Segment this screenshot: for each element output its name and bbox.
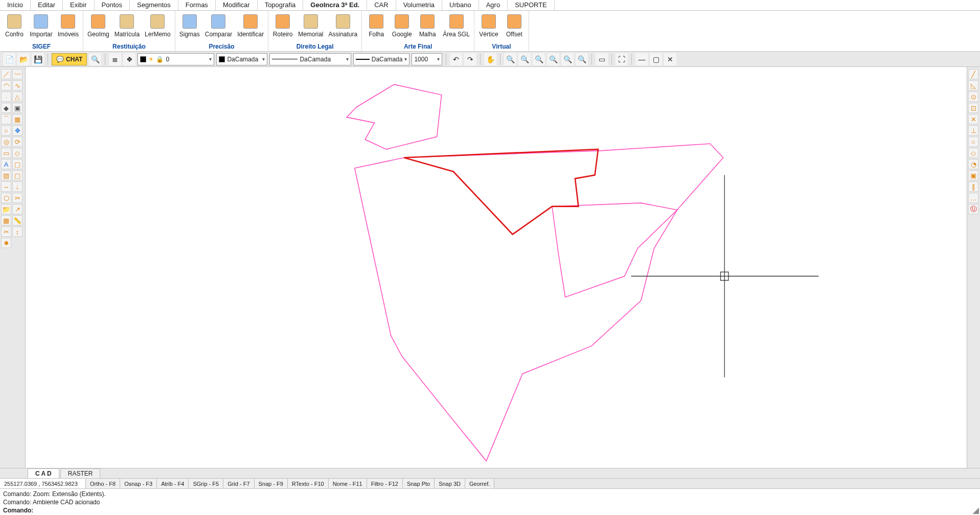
pan-hand-icon[interactable]: ✋ — [484, 53, 496, 65]
status-ortho[interactable]: Ortho - F8 — [86, 479, 120, 488]
ribbon-btn-geoimg[interactable]: GeoImg — [85, 12, 111, 39]
ribbon-btn-importar[interactable]: Importar — [28, 12, 55, 39]
open-file-icon[interactable]: 📂 — [17, 53, 30, 65]
snap-tangent-icon[interactable]: ○ — [968, 137, 978, 147]
fullscreen-icon[interactable]: ⛶ — [616, 53, 628, 65]
pan-tool-icon[interactable]: ✥ — [12, 125, 22, 136]
snap-parallel-icon[interactable]: ∥ — [968, 182, 978, 192]
ribbon-btn-assinatura[interactable]: Assinatura — [327, 12, 360, 39]
ribbon-btn-google[interactable]: Google — [390, 12, 414, 39]
menu-item-exibir[interactable]: Exibir — [63, 0, 95, 10]
circle-tool-icon[interactable]: ○ — [1, 125, 11, 136]
status-snap-3d[interactable]: Snap 3D — [435, 479, 465, 488]
snap-nearest-icon[interactable]: ◇ — [968, 148, 978, 158]
triangle-tool-icon[interactable]: △ — [12, 92, 22, 102]
tab-raster[interactable]: RASTER — [60, 468, 101, 478]
menu-item-geoincra[interactable]: GeoIncra 3ª Ed. — [303, 0, 367, 10]
undo-icon[interactable]: ↶ — [450, 53, 462, 65]
snap-quadrant-icon[interactable]: ◔ — [968, 159, 978, 169]
close-icon[interactable]: ✕ — [664, 53, 676, 65]
layers-icon[interactable]: ≣ — [109, 53, 121, 65]
color-dropdown[interactable]: DaCamada ▾ — [216, 53, 267, 65]
ribbon-btn-memorial[interactable]: Memorial — [296, 12, 325, 39]
menu-item-topografia[interactable]: Topografia — [258, 0, 304, 10]
select-window-icon[interactable]: ▭ — [596, 53, 608, 65]
ribbon-btn-malha[interactable]: Malha — [415, 12, 440, 39]
command-log[interactable]: Comando: Zoom: Extensão (Extents). Coman… — [0, 488, 980, 515]
resize-grip-icon[interactable] — [973, 508, 979, 514]
layer-dropdown[interactable]: ☀ 🔒 0 ▾ — [138, 53, 214, 65]
snap-node-icon[interactable]: ⊡ — [968, 103, 978, 113]
point-tool-icon[interactable]: · — [1, 92, 11, 102]
menu-item-editar[interactable]: Editar — [31, 0, 63, 10]
menu-item-modificar[interactable]: Modificar — [216, 0, 258, 10]
minimize-icon[interactable]: — — [635, 53, 648, 65]
rect-tool-icon[interactable]: ▭ — [1, 148, 11, 158]
status-filtro[interactable]: Filtro - F12 — [367, 479, 403, 488]
ribbon-btn-imoveis[interactable]: Imóveis — [56, 12, 81, 39]
snap-extension-icon[interactable]: … — [968, 193, 978, 203]
snap-endpoint-icon[interactable]: ╱ — [968, 69, 978, 79]
status-osnap[interactable]: Osnap - F3 — [120, 479, 157, 488]
ribbon-btn-comparar[interactable]: Comparar — [203, 12, 234, 39]
dimension-tool-icon[interactable]: ↔ — [1, 182, 11, 192]
globe-search-icon[interactable]: 🔍 — [89, 53, 101, 65]
snap-perpendicular-icon[interactable]: ⊥ — [968, 125, 978, 136]
ellipse-tool-icon[interactable]: ◎ — [1, 137, 11, 147]
star-tool-icon[interactable]: ✸ — [1, 238, 11, 248]
status-nome[interactable]: Nome - F11 — [329, 479, 367, 488]
snap-intersection-icon[interactable]: ✕ — [968, 114, 978, 124]
status-sgrip[interactable]: SGrip - F5 — [189, 479, 223, 488]
snap-insertion-icon[interactable]: ▣ — [968, 170, 978, 181]
scale-dropdown[interactable]: 1000 ▾ — [412, 53, 442, 65]
status-georref[interactable]: Georref. — [465, 479, 494, 488]
status-snap[interactable]: Snap - F9 — [255, 479, 288, 488]
crop-tool-icon[interactable]: ✂ — [1, 227, 11, 237]
block-tool-icon[interactable]: ▢ — [12, 159, 22, 169]
area-tool-icon[interactable]: ▢ — [12, 170, 22, 181]
ribbon-btn-matricula[interactable]: Matrícula — [112, 12, 142, 39]
measure-tool-icon[interactable]: 📏 — [12, 215, 22, 226]
menu-item-inicio[interactable]: Início — [0, 0, 31, 10]
new-file-icon[interactable]: 📄 — [3, 53, 15, 65]
ribbon-btn-vertice[interactable]: Vértice — [476, 12, 501, 39]
tab-cad[interactable]: C A D — [28, 468, 59, 478]
chat-button[interactable]: 💬CHAT — [52, 53, 87, 65]
ribbon-btn-area-sgl[interactable]: Área SGL — [441, 12, 472, 39]
arc-tool-icon[interactable]: ◠ — [1, 80, 11, 91]
zoom-window-icon[interactable]: 🔍 — [533, 53, 545, 65]
linetype-dropdown[interactable]: DaCamada ▾ — [269, 53, 351, 65]
restore-icon[interactable]: ▢ — [650, 53, 662, 65]
menu-item-urbano[interactable]: Urbano — [442, 0, 479, 10]
menu-item-agro[interactable]: Agro — [479, 0, 508, 10]
status-atrib[interactable]: Atrib - F4 — [157, 479, 189, 488]
ribbon-btn-sigmas[interactable]: Sigmas — [177, 12, 202, 39]
status-rtexto[interactable]: RTexto - F10 — [288, 479, 329, 488]
status-grid[interactable]: Grid - F7 — [223, 479, 254, 488]
zoom-previous-icon[interactable]: 🔍 — [547, 53, 559, 65]
zoom-extents-icon[interactable]: 🔍 — [561, 53, 574, 65]
zoom-in-icon[interactable]: 🔍 — [504, 53, 516, 65]
menu-item-pontos[interactable]: Pontos — [95, 0, 130, 10]
status-snap-pto[interactable]: Snap Pto — [403, 479, 435, 488]
rotate-tool-icon[interactable]: ⟳ — [12, 137, 22, 147]
zoom-out-icon[interactable]: 🔍 — [518, 53, 531, 65]
hatch2-tool-icon[interactable]: ▩ — [1, 215, 11, 226]
polygon-tool-icon[interactable]: ⬡ — [1, 193, 11, 203]
folder-tool-icon[interactable]: 📁 — [1, 204, 11, 214]
trim-tool-icon[interactable]: ✂ — [12, 193, 22, 203]
snap-tool-icon[interactable]: ▣ — [12, 103, 22, 113]
align-tool-icon[interactable]: ↕ — [12, 227, 22, 237]
polyline-tool-icon[interactable]: 〰 — [12, 69, 22, 79]
ribbon-btn-folha[interactable]: Folha — [364, 12, 389, 39]
menu-item-suporte[interactable]: SUPORTE — [508, 0, 555, 10]
cmd-prompt[interactable]: Comando: — [3, 506, 977, 514]
array-tool-icon[interactable]: ▦ — [12, 114, 22, 124]
layer-manager-icon[interactable]: ❖ — [123, 53, 135, 65]
spline-tool-icon[interactable]: ∿ — [12, 80, 22, 91]
diamond-tool-icon[interactable]: ◇ — [12, 148, 22, 158]
menu-item-segmentos[interactable]: Segmentos — [130, 0, 178, 10]
redo-icon[interactable]: ↷ — [464, 53, 476, 65]
move-tool-icon[interactable]: ◆ — [1, 103, 11, 113]
menu-item-volumetria[interactable]: Volumetria — [396, 0, 442, 10]
